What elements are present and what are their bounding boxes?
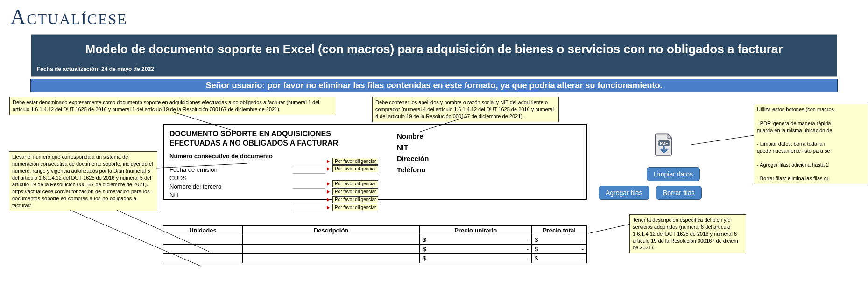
limpiar-datos-button[interactable]: Limpiar datos [647,167,700,181]
update-date: Fecha de actualización: 24 de mayo de 20… [37,63,831,72]
currency-symbol: $ [535,246,538,253]
hint-diligenciar: Por favor diligenciar [332,158,378,165]
svg-line-6 [691,135,754,145]
buyer-nit: NIT [397,142,429,153]
hint-diligenciar: Por favor diligenciar [332,165,378,172]
note-top-right: Debe contener los apellidos y nombre o r… [372,97,559,122]
field-cuds-label: CUDS [169,175,187,182]
comment-indicator-icon [327,198,330,202]
doc-heading-line2: EFECTUADAS A NO OBLIGADOS A FACTURAR [169,139,338,147]
field-tercero-label: Nombre del tercero [169,183,221,190]
table-header-row: Unidades Descripción Precio unitario Pre… [163,226,587,235]
pdf-button[interactable]: PDF [651,133,677,158]
table-row[interactable]: $- $- [163,254,587,263]
comment-indicator-icon [327,167,330,171]
blank-nit[interactable] [293,212,325,212]
col-precio-total: Precio total [532,226,587,235]
comment-indicator-icon [327,206,330,210]
buyer-nombre: Nombre [397,131,429,142]
comment-indicator-icon [327,182,330,186]
buyer-block: Nombre NIT Dirección Teléfono [397,131,429,176]
field-fecha-label: Fecha de emisión [169,166,218,173]
table-row[interactable]: $- $- [163,245,587,254]
comment-indicator-icon [327,160,330,163]
dash: - [582,255,584,262]
blank-tercero[interactable] [293,204,325,204]
note-left: Llevar el número que corresponda a un si… [9,151,157,211]
comment-indicator-icon [327,190,330,194]
hint-diligenciar: Por favor diligenciar [332,180,378,187]
borrar-filas-button[interactable]: Borrar filas [656,186,702,200]
currency-symbol: $ [423,236,426,243]
hint-diligenciar: Por favor diligenciar [332,188,378,195]
pdf-export-icon: PDF [651,133,677,158]
agregar-filas-button[interactable]: Agregar filas [599,186,649,200]
items-table: Unidades Descripción Precio unitario Pre… [163,225,587,263]
svg-text:PDF: PDF [660,141,668,146]
brand-logo: Actualícese [0,0,868,34]
doc-heading-line1: DOCUMENTO SOPORTE EN ADQUISICIONES [169,130,331,138]
hint-diligenciar: Por favor diligenciar [332,196,378,203]
currency-symbol: $ [535,236,538,243]
num-label-text: Número consecutivo de documento [169,153,273,160]
note-description: Tener la descripción específica del bien… [629,214,746,253]
col-unidades: Unidades [163,226,243,235]
currency-symbol: $ [535,255,538,262]
warning-banner: Señor usuario: por favor no eliminar las… [31,79,837,92]
dash: - [582,236,584,243]
dash: - [582,246,584,253]
note-buttons-help: Utiliza estos botones (con macros - PDF:… [754,104,868,184]
blank-num2[interactable] [293,173,325,174]
svg-line-5 [588,224,630,233]
document-heading: DOCUMENTO SOPORTE EN ADQUISICIONES EFECT… [169,129,580,148]
blank-fecha[interactable] [293,188,325,189]
col-descripcion: Descripción [242,226,420,235]
buyer-telefono: Teléfono [397,164,429,176]
dash: - [527,236,529,243]
dash: - [527,246,529,253]
currency-symbol: $ [423,255,426,262]
dash: - [527,255,529,262]
col-precio-unitario: Precio unitario [420,226,532,235]
page-title: Modelo de documento soporte en Excel (co… [37,42,831,63]
hint-diligenciar: Por favor diligenciar [332,204,378,211]
table-row[interactable]: $- $- [163,235,587,245]
currency-symbol: $ [423,246,426,253]
note-top-left: Debe estar denominado expresamente como … [9,97,336,115]
buyer-direccion: Dirección [397,153,429,164]
field-nit-label: NIT [169,191,179,198]
blank-num1[interactable] [293,166,325,166]
title-band: Modelo de documento soporte en Excel (co… [31,34,837,77]
